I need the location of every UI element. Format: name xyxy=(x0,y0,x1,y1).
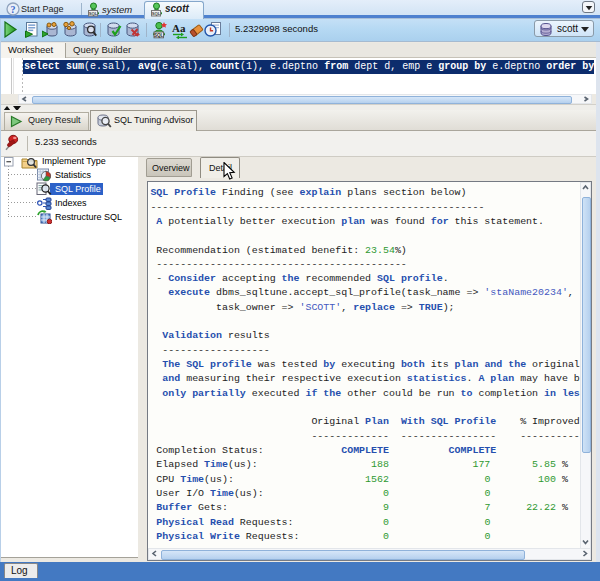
svg-text:SQL: SQL xyxy=(152,11,161,16)
svg-text:SQL: SQL xyxy=(89,11,98,16)
svg-text:Aa: Aa xyxy=(172,22,186,34)
svg-text:SQL: SQL xyxy=(154,33,164,38)
svg-text:?: ? xyxy=(11,4,16,15)
